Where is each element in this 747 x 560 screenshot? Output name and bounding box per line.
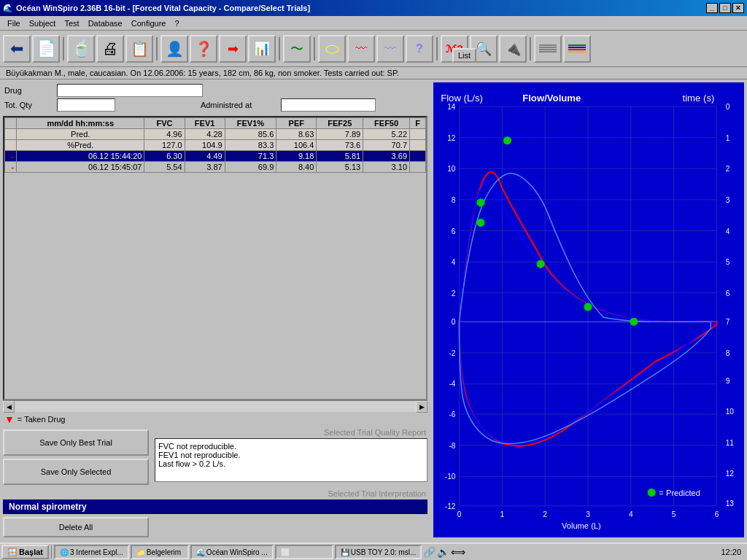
table-row[interactable]: - 06.12 15:45:07 5.54 3.87 69.9 8.40 5.1… <box>5 162 426 173</box>
svg-text:2: 2 <box>452 289 456 298</box>
menu-test[interactable]: Test <box>60 18 83 29</box>
pred-fef50: 5.22 <box>363 129 410 140</box>
back-button[interactable]: ⬅ <box>3 35 31 63</box>
scroll-left-arrow[interactable]: ◀ <box>3 401 15 413</box>
print-button[interactable]: 🖨 <box>96 35 124 63</box>
wave2-button[interactable]: 〰 <box>347 35 375 63</box>
network-icon: 🔗 <box>423 546 436 558</box>
app-icon: 🌊 <box>3 4 13 13</box>
toolbar-sep-1 <box>63 37 64 61</box>
pred-dot-peak <box>503 137 511 144</box>
menu-configure[interactable]: Configure <box>127 18 171 29</box>
svg-text:8: 8 <box>452 196 456 204</box>
patient-info-text: Büyükakman M., male, caucasian. On 12.06… <box>6 69 399 77</box>
question-button[interactable]: ❓ <box>190 35 217 63</box>
interpretation-title: Selected Trial Interpretation <box>3 488 427 499</box>
pred-dot-1 <box>477 199 484 206</box>
svg-text:12: 12 <box>726 470 735 478</box>
maximize-button[interactable]: □ <box>719 3 731 13</box>
horizontal-scrollbar[interactable]: ◀ ▶ <box>3 400 427 412</box>
taskbar-internet[interactable]: 🌐 3 Internet Expl... <box>54 545 129 559</box>
totqty-input[interactable] <box>57 98 115 112</box>
toolbar: List ⬅ 📄 🍵 🖨 📋 👤 ❓ ➡ 📊 〜 ⬭ 〰 〰 ? ℳ? 🔍 🔌 <box>0 31 747 67</box>
buttons-quality-area: Save Only Best Trial Save Only Selected … <box>3 427 427 485</box>
start-button[interactable]: 🪟 Başlat <box>1 545 49 559</box>
svg-text:6: 6 <box>452 228 456 236</box>
minimize-button[interactable]: _ <box>706 3 718 13</box>
svg-text:0: 0 <box>726 103 730 111</box>
toolbar-sep-5 <box>436 37 438 61</box>
close-button[interactable]: ✕ <box>732 3 744 13</box>
oval-button[interactable]: ⬭ <box>318 35 346 63</box>
menu-subject[interactable]: Subject <box>25 18 61 29</box>
admin-input[interactable] <box>281 98 376 112</box>
menu-database[interactable]: Database <box>84 18 127 29</box>
drug-label: Drug <box>4 84 55 97</box>
colorlines-button[interactable] <box>563 35 591 63</box>
pred-dot-5 <box>630 318 638 325</box>
pctpred-fef50: 70.7 <box>363 140 410 151</box>
y-axis-label: Flow (L/s) <box>441 93 483 104</box>
taskbar-winspiro[interactable]: 🌊 Océan WinSpiro ... <box>190 545 274 559</box>
menu-file[interactable]: File <box>3 18 25 29</box>
files-icon: 📁 <box>136 548 145 556</box>
svg-text:5: 5 <box>672 510 676 518</box>
legend-dot <box>648 489 655 496</box>
menu-help[interactable]: ? <box>170 18 183 29</box>
svg-text:2: 2 <box>726 165 730 173</box>
arrow-button[interactable]: ➡ <box>219 35 247 63</box>
table-row[interactable]: - 06.12 15:44:20 6.30 4.49 71.3 9.18 5.8… <box>5 151 426 162</box>
scroll-track[interactable] <box>15 401 416 412</box>
drug-input[interactable] <box>57 84 203 97</box>
svg-text:-10: -10 <box>445 472 456 481</box>
wave1-button[interactable]: 〜 <box>283 35 311 63</box>
chart-button[interactable]: 📊 <box>248 35 276 63</box>
svg-text:2: 2 <box>543 510 547 518</box>
new-button[interactable]: 📄 <box>32 35 60 63</box>
taskbar-files[interactable]: 📁 Belgelerim <box>131 545 189 559</box>
winspiro-icon: 🌊 <box>196 548 205 556</box>
list-button[interactable]: List <box>452 48 476 63</box>
taskbar-sep-1 <box>51 545 52 559</box>
arrow-icons: ⟺ <box>451 546 465 558</box>
cup-button[interactable]: 🍵 <box>67 35 95 63</box>
patient-info-bar: Büyükakman M., male, caucasian. On 12.06… <box>0 67 747 79</box>
usb-button[interactable]: 🔌 <box>499 35 527 63</box>
taskbar-usb[interactable]: 💾 USB TOY 2.0: msl... <box>335 545 422 559</box>
svg-text:1: 1 <box>726 134 730 142</box>
table-row[interactable]: %Pred. 127.0 104.9 83.3 106.4 73.6 70.7 <box>5 140 426 151</box>
svg-text:3: 3 <box>726 196 730 204</box>
col-fev1pct: FEV1% <box>225 118 276 129</box>
question2-button[interactable]: ? <box>406 35 433 63</box>
lines-button[interactable] <box>534 35 562 63</box>
pred-dot-2 <box>477 219 484 226</box>
row2-fev1: 3.87 <box>185 162 225 173</box>
start-label: Başlat <box>19 548 43 556</box>
taskbar-empty[interactable]: ⬜ <box>275 545 333 559</box>
svg-text:4: 4 <box>726 228 730 236</box>
save-selected-button[interactable]: Save Only Selected <box>3 459 149 485</box>
system-tray: 🔗 🔊 ⟺ <box>423 546 465 558</box>
svg-text:4: 4 <box>629 510 633 518</box>
svg-text:-12: -12 <box>445 502 456 510</box>
pred-fef25: 7.89 <box>317 129 363 140</box>
table-row[interactable]: Pred. 4.96 4.28 85.6 8.63 7.89 5.22 <box>5 129 426 140</box>
svg-text:-8: -8 <box>449 442 455 450</box>
col-datetime: mm/dd hh:mm:ss <box>17 118 144 129</box>
scroll-right-arrow[interactable]: ▶ <box>416 401 427 413</box>
delete-all-button[interactable]: Delete All <box>3 517 149 537</box>
totqty-label: Tot. Qty <box>4 98 55 112</box>
svg-text:14: 14 <box>447 103 456 111</box>
windows-icon: 🪟 <box>7 548 18 557</box>
wave3-button[interactable]: 〰 <box>376 35 404 63</box>
col-fef25: FEF25 <box>317 118 363 129</box>
usb-icon: 💾 <box>341 548 349 556</box>
titlebar-controls: _ □ ✕ <box>706 3 744 13</box>
col-pef: PEF <box>276 118 317 129</box>
table-scroll[interactable]: mm/dd hh:mm:ss FVC FEV1 FEV1% PEF FEF25 … <box>3 116 427 400</box>
graph-svg: Flow (L/s) Flow/Volume time (s) <box>433 82 744 537</box>
pred-label: Pred. <box>17 129 144 140</box>
copy-button[interactable]: 📋 <box>125 35 153 63</box>
save-best-button[interactable]: Save Only Best Trial <box>3 429 149 456</box>
person-button[interactable]: 👤 <box>160 35 188 63</box>
